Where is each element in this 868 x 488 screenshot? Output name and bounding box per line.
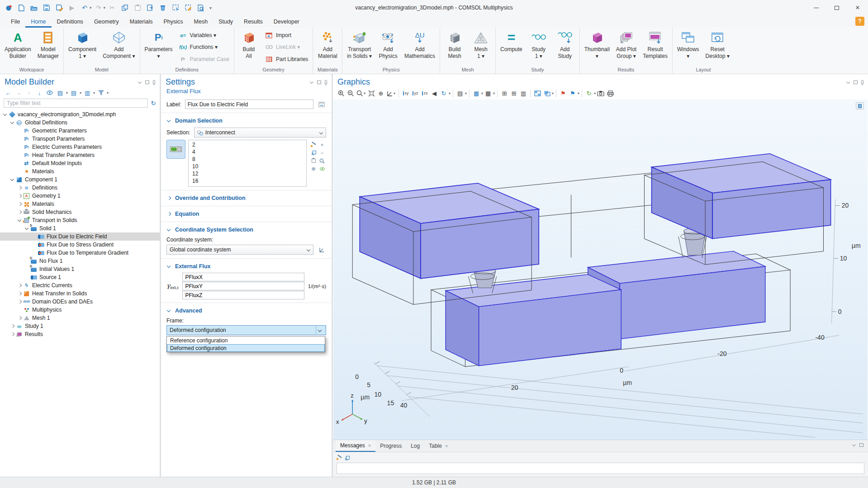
find-button[interactable]	[195, 2, 207, 13]
menu-study[interactable]: Study	[213, 15, 238, 28]
redo-button[interactable]: ↷	[93, 2, 104, 13]
add-material-button[interactable]: AddMaterial	[314, 28, 341, 66]
import-button[interactable]: Import	[263, 32, 310, 39]
collapse-all-icon[interactable]: ▤	[56, 89, 65, 97]
tree-item-results[interactable]: Results	[0, 330, 160, 338]
scene-nodes-icon[interactable]: ▤	[455, 89, 465, 98]
study-1-button[interactable]: Study1 ▾	[526, 28, 552, 66]
menu-results[interactable]: Results	[238, 15, 268, 28]
cut-button[interactable]: ✂	[106, 2, 118, 13]
label-color-icon[interactable]: ⚑	[568, 89, 577, 98]
model-manager-button[interactable]: ModelManager	[34, 28, 62, 66]
tree-item-electric-currents-parameters[interactable]: PiElectric Currents Parameters	[0, 143, 160, 151]
previous-view-icon[interactable]: ◀	[430, 89, 439, 98]
close-button[interactable]: ✕	[847, 0, 868, 15]
show-axes-icon[interactable]: ⊞	[509, 89, 518, 98]
selection-dropdown[interactable]: Interconnect	[194, 128, 326, 137]
delete-button[interactable]	[157, 2, 169, 13]
minimize-button[interactable]	[806, 0, 826, 15]
zoom-box-icon[interactable]: ▾	[356, 89, 366, 98]
tree-item-study-1[interactable]: ∞Study 1	[0, 322, 160, 330]
filter-icon[interactable]	[96, 89, 105, 97]
maximize-button[interactable]	[826, 0, 847, 15]
add-plot-group-button[interactable]: Add PlotGroup ▾	[613, 28, 640, 66]
external-flux-y-input[interactable]	[182, 282, 304, 290]
customize-toolbar-icon[interactable]: ▾	[209, 5, 212, 10]
menu-physics[interactable]: Physics	[158, 15, 188, 28]
tree-item-root[interactable]: vacancy_electromigration_3Dmodel.mph	[0, 110, 160, 118]
open-file-button[interactable]	[28, 2, 40, 13]
domain-item[interactable]: 2	[189, 141, 306, 148]
parameter-case-button[interactable]: Pi Parameter Case	[177, 56, 232, 63]
add-mathematics-button[interactable]: ΔU AddMathematics	[401, 28, 438, 66]
tree-item-solid-1[interactable]: Solid 1	[0, 224, 160, 232]
settings-float-icon[interactable]	[317, 81, 321, 84]
pan-icon[interactable]: ⊕	[376, 89, 385, 98]
domain-item[interactable]: 4	[189, 148, 306, 156]
thumbnail-button[interactable]: Thumbnail▾	[581, 28, 613, 66]
duplicate-button[interactable]	[144, 2, 156, 13]
model-tree-nodes-chevron-icon[interactable]: ▾	[93, 91, 95, 95]
create-coordinate-system-icon[interactable]	[317, 245, 326, 254]
graphics-canvas[interactable]: 20 µm 10 0 -40 -20 0 µm 20 40 0 5	[333, 99, 868, 440]
tree-item-initial-values-1[interactable]: Initial Values 1	[0, 265, 160, 273]
domain-item[interactable]: 12	[189, 170, 306, 177]
tree-item-transport-in-solids[interactable]: Transport in Solids	[0, 216, 160, 224]
wireframe-icon[interactable]	[533, 89, 542, 98]
tab-progress[interactable]: Progress	[375, 440, 406, 452]
transparency-icon[interactable]	[542, 89, 551, 98]
reset-desktop-button[interactable]: ResetDesktop ▾	[702, 28, 733, 66]
windows-button[interactable]: Windows▾	[674, 28, 702, 66]
remove-from-selection-icon[interactable]: −	[318, 149, 326, 156]
menu-materials[interactable]: Materials	[124, 15, 158, 28]
tree-back-icon[interactable]: ←	[4, 89, 13, 97]
menu-developer[interactable]: Developer	[268, 15, 305, 28]
view-yz-icon[interactable]: yz	[411, 89, 420, 98]
mesh-1-button[interactable]: Mesh1 ▾	[468, 28, 494, 66]
tree-item-geometric-parameters[interactable]: PiGeometric Parameters	[0, 127, 160, 135]
add-to-selection-icon[interactable]: +	[318, 141, 326, 148]
tree-forward-icon[interactable]: →	[14, 89, 23, 97]
zoom-extents-icon[interactable]	[367, 89, 376, 98]
tree-item-solid-mechanics[interactable]: Solid Mechanics	[0, 208, 160, 216]
view-xy-icon[interactable]: xy	[401, 89, 410, 98]
component-1-button[interactable]: Component1 ▾	[65, 28, 100, 66]
result-templates-button[interactable]: ResultTemplates	[640, 28, 671, 66]
messages-float-icon[interactable]	[859, 443, 863, 447]
livelink-button[interactable]: LiveLink ▾	[263, 43, 310, 51]
paste-button[interactable]	[132, 2, 143, 13]
tree-item-definitions[interactable]: ≡Definitions	[0, 184, 160, 192]
label-input[interactable]	[185, 99, 313, 109]
menu-mesh[interactable]: Mesh	[189, 15, 213, 28]
refresh-icon[interactable]: ↻	[151, 99, 156, 107]
section-domain-selection[interactable]: Domain Selection	[161, 115, 332, 126]
tree-item-materials[interactable]: Materials	[0, 200, 160, 208]
tree-item-default-model-inputs[interactable]: ⇄Default Model Inputs	[0, 159, 160, 167]
add-physics-button[interactable]: AddPhysics	[375, 28, 401, 66]
save-button[interactable]	[41, 2, 52, 13]
add-study-button[interactable]: AddStudy	[552, 28, 578, 66]
tree-move-up-icon[interactable]: ↑	[24, 89, 33, 97]
compute-button[interactable]: = Compute	[497, 28, 526, 66]
selection-color-icon[interactable]: ⚑	[559, 89, 568, 98]
tree-item-multiphysics[interactable]: Multiphysics	[0, 306, 160, 314]
section-override[interactable]: Override and Contribution	[161, 193, 332, 204]
print-icon[interactable]	[606, 89, 615, 98]
expand-all-chevron-icon[interactable]: ▾	[80, 91, 81, 95]
model-builder-menu-icon[interactable]	[138, 81, 142, 84]
snapshot-icon[interactable]	[596, 89, 605, 98]
tree-item-source-1[interactable]: Source 1	[0, 273, 160, 281]
view-selection-icon[interactable]	[318, 165, 326, 173]
tab-messages[interactable]: Messages×	[336, 440, 375, 452]
model-tree-nodes-icon[interactable]: ▥	[83, 89, 92, 97]
redo-dropdown-icon[interactable]: ▾	[104, 5, 106, 10]
tree-item-geometry-1[interactable]: AGeometry 1	[0, 192, 160, 200]
frame-option-reference[interactable]: Reference configuration	[167, 336, 325, 344]
messages-menu-icon[interactable]	[852, 443, 856, 447]
settings-pin-icon[interactable]	[325, 80, 327, 84]
color-theme-icon[interactable]: ▦	[472, 89, 481, 98]
show-ruler-icon[interactable]: ▥	[519, 89, 528, 98]
tree-item-heat-transfer-in-solids[interactable]: Heat Transfer in Solids	[0, 289, 160, 298]
help-icon[interactable]: ?	[855, 17, 864, 26]
tree-filter-input[interactable]	[4, 99, 148, 108]
